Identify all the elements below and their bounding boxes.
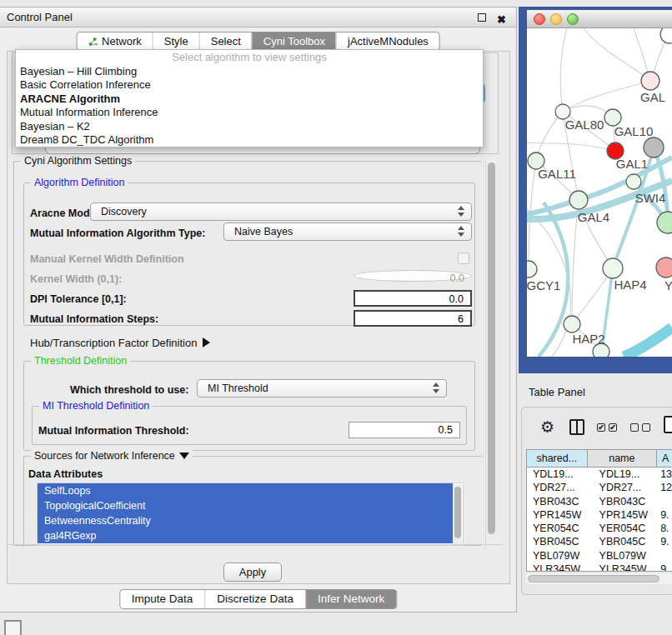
close-traffic-light-icon[interactable] (534, 13, 545, 25)
control-panel-title: Control Panel (7, 11, 73, 23)
network-node[interactable] (626, 174, 641, 189)
control-panel-tabbar: Network Style Select Cyni Toolbox jActiv… (76, 32, 440, 51)
data-attributes-list: SelfLoops TopologicalCoefficient Between… (37, 482, 464, 546)
network-node[interactable] (660, 28, 672, 43)
algorithm-option[interactable]: Bayesian – K2 (16, 120, 483, 133)
algorithm-option[interactable]: Dream8 DC_TDC Algorithm (16, 133, 483, 147)
network-view-frame: GAL GAL80 GAL10 GAL1 GAL11 SWI4 GAL4 GCY… (527, 10, 672, 357)
network-node[interactable] (604, 109, 621, 126)
table-row[interactable]: YPR145WYPR145W9. (527, 508, 672, 522)
network-node[interactable] (656, 258, 672, 278)
tab-jactivemnodules[interactable]: jActiveMNodules (336, 32, 439, 50)
mi-steps-field[interactable]: 6 (354, 310, 472, 327)
select-all-icon[interactable]: ✔✔ (597, 423, 617, 432)
collapsed-arrow-icon (203, 338, 210, 348)
manual-kernel-checkbox[interactable] (458, 252, 469, 264)
network-node[interactable] (569, 191, 588, 209)
attribute-item-selected[interactable]: BetweennessCentrality (38, 513, 453, 528)
manual-kernel-label: Manual Kernel Width Definition (30, 253, 184, 265)
network-node[interactable] (527, 261, 537, 278)
data-attributes-label: Data Attributes (28, 468, 103, 480)
attribute-item-selected[interactable]: TopologicalCoefficient (38, 498, 453, 513)
table-row[interactable]: YLR345WYLR345W9. (527, 562, 672, 572)
table-row[interactable]: YDR27...YDR27...12 (527, 481, 672, 494)
sources-group-title[interactable]: Sources for Network Inference (31, 450, 193, 462)
node-label: HAP2 (572, 332, 604, 346)
algorithm-option[interactable]: Basic Correlation Inference (16, 78, 483, 92)
new-table-icon[interactable] (664, 416, 672, 433)
gear-icon[interactable]: ⚙ (540, 418, 554, 437)
control-panel-titlebar: Control Panel ✖ (0, 8, 516, 28)
tab-style[interactable]: Style (153, 32, 199, 50)
table-toolbar: ⚙ ✔✔ (522, 408, 672, 448)
hub-section-toggle[interactable]: Hub/Transcription Factor Definition (30, 337, 210, 349)
dpi-tolerance-label: DPI Tolerance [0,1]: (30, 293, 127, 305)
mi-type-combo[interactable]: Naive Bayes (223, 222, 472, 241)
list-scrollbar[interactable] (453, 484, 462, 546)
node-label: GAL1 (616, 157, 648, 171)
columns-icon[interactable] (569, 419, 584, 435)
table-row[interactable]: YDL19...YDL19...13 (527, 468, 672, 481)
node-label: Y (664, 278, 672, 292)
column-header[interactable]: name (588, 450, 658, 467)
kernel-width-label: Kernel Width (0,1): (30, 273, 122, 285)
zoom-traffic-light-icon[interactable] (567, 13, 579, 25)
kernel-width-field: 0.0 (354, 270, 472, 282)
minimize-traffic-light-icon[interactable] (550, 13, 562, 25)
tab-discretize-data[interactable]: Discretize Data (204, 590, 305, 608)
table-row[interactable]: YBR043CYBR043C (527, 495, 672, 508)
mi-type-label: Mutual Information Algorithm Type: (30, 228, 205, 239)
tab-network[interactable]: Network (77, 32, 153, 50)
deselect-all-icon[interactable] (630, 423, 650, 432)
tab-infer-network[interactable]: Infer Network (305, 590, 396, 608)
algorithm-option[interactable]: Mutual Information Inference (16, 106, 483, 119)
network-view-window: GAL GAL80 GAL10 GAL1 GAL11 SWI4 GAL4 GCY… (519, 7, 672, 373)
network-canvas[interactable]: GAL GAL80 GAL10 GAL1 GAL11 SWI4 GAL4 GCY… (527, 28, 672, 357)
scrollbar-thumb[interactable] (528, 575, 659, 582)
node-label: GAL11 (538, 167, 576, 181)
algorithm-option[interactable]: Bayesian – Hill Climbing (16, 65, 483, 78)
network-node[interactable] (564, 316, 580, 332)
aracne-mode-combo[interactable]: Discovery (90, 202, 472, 221)
combo-stepper-icon (458, 226, 465, 237)
network-graph: GAL GAL80 GAL10 GAL1 GAL11 SWI4 GAL4 GCY… (527, 28, 672, 357)
which-threshold-label: Which threshold to use: (70, 384, 188, 396)
tab-select[interactable]: Select (199, 32, 252, 50)
network-graph-icon (88, 37, 98, 47)
network-node[interactable] (603, 258, 623, 278)
combo-stepper-icon (458, 206, 465, 217)
close-icon[interactable]: ✖ (497, 10, 506, 29)
apply-button[interactable]: Apply (223, 562, 282, 582)
combo-stepper-icon (433, 382, 440, 393)
dpi-tolerance-field[interactable]: 0.0 (354, 290, 472, 307)
network-view-titlebar[interactable] (527, 10, 672, 28)
network-node[interactable] (641, 72, 659, 90)
table-hscrollbar[interactable] (526, 573, 672, 584)
column-header[interactable]: shared... (527, 450, 588, 467)
algorithm-dropdown-popup: Select algorithm to view settings Bayesi… (15, 49, 484, 148)
scrollbar-thumb[interactable] (488, 162, 495, 534)
tab-impute-data[interactable]: Impute Data (120, 590, 205, 608)
settings-scrollbar[interactable] (485, 159, 497, 549)
attribute-item-selected[interactable]: SelfLoops (38, 483, 453, 498)
group-title: Cyni Algorithm Settings (21, 155, 135, 168)
aracne-mode-label: Aracne Mode: (30, 208, 99, 219)
minimized-panel-icon[interactable] (4, 620, 22, 635)
node-label: GAL (640, 90, 665, 104)
node-table: shared... name A YDL19...YDL19...13 YDR2… (526, 449, 672, 572)
algorithm-option-selected[interactable]: ARACNE Algorithm (16, 92, 483, 106)
column-header[interactable]: A (657, 450, 672, 467)
group-title: Threshold Definition (31, 355, 130, 368)
attribute-item-selected[interactable]: gal4RGexp (38, 528, 453, 543)
table-row[interactable]: YBL079WYBL079W (527, 549, 672, 562)
tab-cyni-toolbox[interactable]: Cyni Toolbox (252, 32, 336, 50)
table-row[interactable]: YER054CYER054C8. (527, 522, 672, 535)
network-node[interactable] (644, 138, 664, 158)
table-row[interactable]: YBR045CYBR045C9. (527, 535, 672, 548)
group-title: Algorithm Definition (31, 177, 128, 189)
table-panel: ⚙ ✔✔ shared... name A YDL19...YDL19...13… (521, 407, 672, 595)
float-window-icon[interactable] (478, 13, 486, 22)
mi-threshold-field[interactable]: 0.5 (349, 422, 460, 438)
which-threshold-combo[interactable]: MI Threshold (197, 379, 447, 398)
network-node[interactable] (657, 212, 672, 233)
